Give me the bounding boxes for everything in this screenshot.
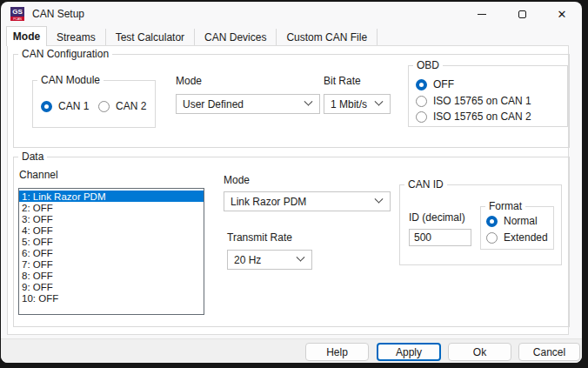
transmit-rate-label: Transmit Rate [227, 231, 292, 244]
radio-unselected-icon [416, 111, 427, 123]
maximize-icon [518, 10, 526, 18]
dialog-footer: Help Apply Ok Cancel [1, 338, 582, 363]
tab-streams[interactable]: Streams [47, 29, 106, 45]
channel-list-item[interactable]: 3: OFF [19, 213, 204, 224]
mode-label: Mode [176, 75, 202, 87]
channel-listbox[interactable]: 1: Link Razor PDM 2: OFF 3: OFF 4: OFF 5… [18, 188, 204, 315]
radio-unselected-icon [416, 96, 427, 107]
app-icon-gs: GS [10, 7, 24, 17]
radio-selected-icon [486, 216, 498, 227]
obd-iso-can1-radio-label: ISO 15765 on CAN 1 [433, 95, 531, 107]
title-bar[interactable]: GS PCAN CAN Setup ✕ [1, 2, 582, 26]
chevron-down-icon [297, 253, 305, 262]
can2-radio[interactable]: CAN 2 [98, 99, 146, 113]
format-extended-radio-label: Extended [504, 231, 548, 244]
data-mode-label: Mode [224, 174, 250, 186]
format-extended-radio[interactable]: Extended [486, 231, 548, 244]
channel-list-item[interactable]: 6: OFF [19, 247, 204, 258]
channel-list-item[interactable]: 2: OFF [19, 202, 204, 213]
can-configuration-group-label: CAN Configuration [18, 48, 112, 60]
format-normal-radio[interactable]: Normal [486, 214, 538, 228]
channel-list-item[interactable]: 7: OFF [19, 259, 204, 271]
obd-group: OBD OFF ISO 15765 on CAN 1 ISO 15765 on … [408, 65, 568, 127]
transmit-rate-dropdown[interactable]: 20 Hz [227, 250, 312, 270]
app-icon: GS PCAN [10, 7, 24, 21]
apply-button[interactable]: Apply [377, 343, 441, 361]
window-title: CAN Setup [32, 2, 84, 26]
channel-list-item[interactable]: 9: OFF [19, 282, 204, 293]
radio-unselected-icon [98, 101, 110, 112]
help-button[interactable]: Help [305, 343, 369, 361]
app-icon-pcan: PCAN [10, 17, 24, 21]
tab-mode[interactable]: Mode [6, 26, 47, 46]
minimize-button[interactable] [462, 2, 502, 26]
obd-off-radio-label: OFF [433, 78, 454, 90]
can-setup-dialog: GS PCAN CAN Setup ✕ Mode Streams Test Ca… [1, 2, 582, 363]
bit-rate-dropdown-value: 1 Mbit/s [331, 98, 367, 110]
close-icon: ✕ [558, 9, 567, 20]
can-id-group: CAN ID ID (decimal) Format Normal Extend… [399, 184, 562, 265]
radio-unselected-icon [486, 232, 498, 244]
tab-can-devices[interactable]: CAN Devices [195, 29, 277, 45]
bit-rate-dropdown[interactable]: 1 Mbit/s [324, 94, 391, 114]
transmit-rate-dropdown-value: 20 Hz [234, 254, 261, 266]
can1-radio-label: CAN 1 [58, 100, 89, 112]
radio-selected-icon [416, 79, 427, 90]
chevron-down-icon [375, 195, 384, 204]
channel-list-item[interactable]: 1: Link Razor PDM [19, 191, 204, 202]
data-group-label: Data [18, 151, 47, 163]
data-mode-dropdown-value: Link Razor PDM [231, 196, 306, 208]
chevron-down-icon [304, 97, 313, 106]
can-module-group-label: CAN Module [37, 74, 104, 86]
data-mode-dropdown[interactable]: Link Razor PDM [224, 191, 391, 211]
close-button[interactable]: ✕ [542, 2, 582, 26]
obd-iso-can1-radio[interactable]: ISO 15765 on CAN 1 [416, 94, 531, 108]
ok-button[interactable]: Ok [448, 343, 511, 361]
can1-radio[interactable]: CAN 1 [41, 99, 89, 113]
mode-dropdown[interactable]: User Defined [176, 94, 320, 114]
tab-custom-can-file[interactable]: Custom CAN File [277, 29, 378, 45]
chevron-down-icon [375, 97, 384, 106]
tab-strip: Streams Test Calculator CAN Devices Cust… [47, 29, 378, 45]
can-id-input[interactable] [409, 229, 471, 246]
format-normal-radio-label: Normal [504, 215, 538, 227]
tab-test-calculator[interactable]: Test Calculator [106, 29, 195, 45]
format-group: Format Normal Extended [480, 206, 554, 250]
bit-rate-label: Bit Rate [324, 75, 361, 87]
channel-list-item[interactable]: 10: OFF [19, 293, 204, 304]
channel-label: Channel [19, 169, 58, 181]
can-id-group-label: CAN ID [404, 178, 447, 191]
channel-list-item[interactable]: 4: OFF [19, 224, 204, 236]
cancel-button[interactable]: Cancel [518, 343, 580, 361]
radio-selected-icon [41, 101, 52, 112]
format-group-label: Format [485, 200, 525, 212]
can-module-group: CAN Module CAN 1 CAN 2 [32, 80, 156, 128]
id-decimal-label: ID (decimal) [409, 211, 465, 224]
maximize-button[interactable] [502, 2, 542, 26]
obd-iso-can2-radio[interactable]: ISO 15765 on CAN 2 [416, 110, 531, 124]
minimize-icon [478, 14, 486, 15]
channel-list-item[interactable]: 5: OFF [19, 236, 204, 247]
can2-radio-label: CAN 2 [116, 100, 146, 112]
channel-list-item[interactable]: 8: OFF [19, 271, 204, 282]
obd-off-radio[interactable]: OFF [416, 77, 454, 91]
mode-dropdown-value: User Defined [183, 98, 244, 110]
obd-group-label: OBD [413, 59, 443, 71]
obd-iso-can2-radio-label: ISO 15765 on CAN 2 [433, 110, 531, 123]
